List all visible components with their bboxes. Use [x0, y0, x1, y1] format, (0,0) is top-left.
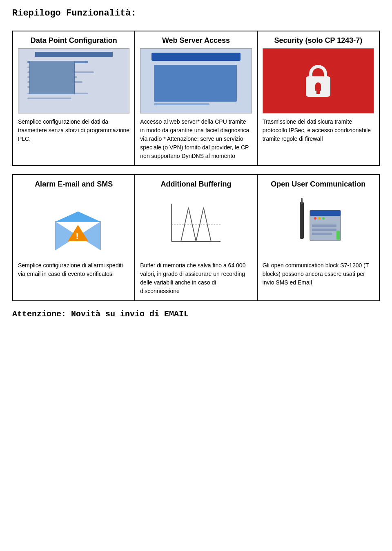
- svg-point-14: [314, 217, 316, 220]
- security-image: [263, 48, 374, 113]
- cell-data-point: Data Point Configuration Semplice config…: [13, 31, 135, 166]
- opencomm-svg: [292, 196, 345, 253]
- webserver-image: [140, 48, 252, 113]
- img-alarm: !: [18, 192, 129, 257]
- footer-text: Attenzione: Novità su invio di EMAIL: [12, 309, 380, 319]
- svg-rect-17: [312, 224, 336, 227]
- svg-text:!: !: [76, 231, 78, 241]
- cell-header-web-server: Web Server Access: [140, 36, 252, 48]
- cell-text-web-server: Accesso al web server* della CPU tramite…: [140, 118, 252, 160]
- cell-text-buffer: Buffer di memoria che salva fino a 64 00…: [140, 261, 252, 295]
- features-table-row2: Alarm E-mail and SMS: [12, 174, 380, 301]
- cell-text-alarm: Semplice configurazione di allarmi spedi…: [18, 261, 129, 278]
- img-buffer: [140, 192, 252, 257]
- cell-header-data-point: Data Point Configuration: [18, 36, 129, 48]
- cell-opencomm: Open User Communication: [257, 175, 379, 301]
- cell-web-server: Web Server Access Accesso al web server*…: [135, 31, 257, 166]
- cell-alarm: Alarm E-mail and SMS: [13, 175, 135, 301]
- envelope-svg: !: [53, 209, 102, 250]
- img-security: [263, 48, 374, 113]
- cell-buffer: Additional Buffering Buffer di memor: [135, 175, 257, 301]
- img-web-server: [140, 48, 252, 113]
- svg-point-15: [318, 217, 321, 220]
- cell-header-security: Security (solo CP 1243-7): [263, 36, 374, 48]
- features-table-row1: Data Point Configuration Semplice config…: [12, 31, 380, 166]
- cell-header-opencomm: Open User Communication: [263, 180, 374, 192]
- svg-rect-9: [300, 202, 304, 239]
- svg-rect-19: [312, 233, 332, 235]
- cell-text-opencomm: Gli open communication block S7-1200 (T …: [263, 261, 374, 287]
- svg-rect-10: [301, 198, 303, 204]
- lock-body: [306, 76, 330, 97]
- alarm-image: !: [18, 192, 129, 257]
- buffer-image: [140, 192, 252, 257]
- svg-marker-1: [56, 211, 100, 222]
- cell-text-data-point: Semplice configurazione dei dati da tras…: [18, 118, 129, 143]
- page-title: Riepilogo Funzionalità:: [12, 8, 380, 18]
- lock-icon: [306, 65, 330, 97]
- cell-header-alarm: Alarm E-mail and SMS: [18, 180, 129, 192]
- svg-rect-18: [312, 229, 336, 231]
- buffer-chart-svg: [167, 200, 225, 249]
- lock-shackle: [309, 65, 327, 77]
- svg-point-16: [322, 217, 325, 220]
- svg-rect-13: [336, 231, 340, 240]
- envelope-icon: !: [53, 209, 94, 240]
- svg-rect-12: [310, 210, 341, 216]
- img-data-point: [18, 48, 129, 113]
- opencomm-image: [263, 192, 374, 257]
- screenshot-image: [18, 48, 129, 113]
- cell-security: Security (solo CP 1243-7) Trasmissione d…: [257, 31, 379, 166]
- img-opencomm: [263, 192, 374, 257]
- cell-text-security: Trasmissione dei dati sicura tramite pro…: [263, 118, 374, 143]
- cell-header-buffer: Additional Buffering: [140, 180, 252, 192]
- lock-keyhole: [315, 82, 321, 91]
